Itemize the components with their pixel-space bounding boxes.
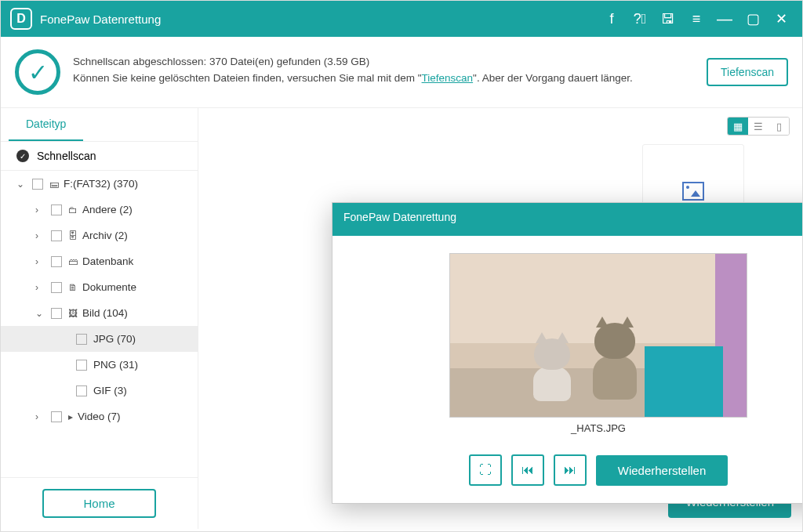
modal-title: FonePaw Datenrettung [343, 211, 456, 228]
facebook-icon[interactable]: f [600, 7, 623, 31]
help-icon[interactable]: ?⃝ [628, 7, 652, 31]
tree-drive[interactable]: ⌄ 🖴 F:(FAT32) (370) [1, 171, 198, 197]
deep-scan-button[interactable]: Tiefenscan [707, 58, 788, 86]
close-icon[interactable]: ✕ [769, 7, 793, 31]
checkbox[interactable] [76, 360, 87, 371]
tree-bild[interactable]: ⌄🖼Bild (104) [1, 300, 198, 326]
view-toggle: ▦ ☰ ▯ [727, 117, 790, 136]
chevron-down-icon: ⌄ [16, 179, 27, 190]
modal-recover-button[interactable]: Wiederherstellen [596, 455, 729, 486]
app-title: FonePaw Datenrettung [40, 13, 161, 26]
minimize-icon[interactable]: — [713, 7, 736, 31]
checkbox[interactable] [51, 411, 62, 422]
status-line1: Schnellscan abgeschlossen: 370 Datei(en)… [73, 56, 633, 67]
checkbox[interactable] [51, 308, 62, 319]
drive-icon: 🖴 [49, 179, 59, 190]
preview-filename: _HATS.JPG [571, 422, 626, 434]
chevron-right-icon: › [35, 256, 46, 267]
archive-icon: 🗄 [68, 230, 78, 241]
checkbox[interactable] [76, 334, 87, 345]
view-list-icon[interactable]: ☰ [748, 118, 768, 135]
checkbox[interactable] [51, 256, 62, 267]
checkmark-icon: ✓ [15, 49, 60, 95]
tree-dokumente[interactable]: ›🗎Dokumente [1, 274, 198, 300]
chevron-right-icon: › [35, 282, 46, 293]
tree-archiv[interactable]: ›🗄Archiv (2) [1, 223, 198, 248]
app-logo-icon: D [10, 8, 32, 30]
next-icon[interactable]: ⏭ [554, 454, 587, 486]
chevron-right-icon: › [35, 230, 46, 241]
checkbox[interactable] [32, 179, 43, 190]
video-icon: ▸ [68, 411, 73, 422]
preview-modal: FonePaw Datenrettung ✕ _HATS.JPG ⛶ ⏮ ⏭ W… [332, 202, 803, 504]
checkbox[interactable] [51, 282, 62, 293]
preview-image [449, 253, 747, 418]
view-detail-icon[interactable]: ▯ [768, 118, 789, 135]
folder-icon: 🗀 [68, 204, 78, 215]
database-icon: 🗃 [68, 256, 78, 267]
titlebar: D FonePaw Datenrettung f ?⃝ 🖫 ≡ — ▢ ✕ [1, 1, 802, 37]
modal-controls: ⛶ ⏮ ⏭ Wiederherstellen [469, 454, 729, 486]
prev-icon[interactable]: ⏮ [511, 454, 544, 486]
checkmark-dot-icon: ✓ [16, 150, 29, 162]
modal-header: FonePaw Datenrettung ✕ [332, 203, 803, 236]
fullscreen-icon[interactable]: ⛶ [469, 454, 502, 486]
tab-filetype[interactable]: Dateityp [9, 108, 83, 141]
menu-icon[interactable]: ≡ [685, 7, 708, 31]
view-grid-icon[interactable]: ▦ [728, 118, 748, 135]
chevron-right-icon: › [35, 204, 46, 215]
image-icon: 🖼 [68, 308, 78, 319]
chevron-down-icon: ⌄ [35, 308, 46, 319]
image-placeholder-icon [682, 182, 704, 201]
chevron-right-icon: › [35, 411, 46, 422]
tree-png[interactable]: PNG (31) [1, 352, 198, 378]
main-toolbar: ▦ ☰ ▯ [198, 108, 802, 144]
quickscan-row[interactable]: ✓ Schnellscan [1, 141, 198, 171]
file-tree: ⌄ 🖴 F:(FAT32) (370) ›🗀Andere (2) ›🗄Archi… [1, 171, 198, 477]
tree-jpg[interactable]: JPG (70) [1, 326, 198, 352]
status-line2: Können Sie keine gelöschten Dateien find… [73, 72, 633, 84]
sidebar: Dateityp ✓ Schnellscan ⌄ 🖴 F:(FAT32) (37… [1, 108, 198, 529]
checkbox[interactable] [76, 385, 87, 396]
tree-video[interactable]: ›▸Video (7) [1, 404, 198, 429]
home-button[interactable]: Home [42, 489, 155, 518]
save-icon[interactable]: 🖫 [656, 7, 680, 31]
tree-datenbank[interactable]: ›🗃Datenbank [1, 248, 198, 274]
tree-andere[interactable]: ›🗀Andere (2) [1, 197, 198, 223]
document-icon: 🗎 [68, 282, 78, 293]
status-bar: ✓ Schnellscan abgeschlossen: 370 Datei(e… [1, 37, 802, 108]
status-text: Schnellscan abgeschlossen: 370 Datei(en)… [73, 56, 633, 89]
maximize-icon[interactable]: ▢ [741, 7, 765, 31]
deep-scan-link[interactable]: Tiefenscan [422, 72, 474, 84]
checkbox[interactable] [51, 230, 62, 241]
checkbox[interactable] [51, 204, 62, 215]
tree-gif[interactable]: GIF (3) [1, 378, 198, 404]
main-area: ▦ ☰ ▯ IMG-20…1).jpg chute d'eau.jpg hamb… [198, 108, 802, 529]
